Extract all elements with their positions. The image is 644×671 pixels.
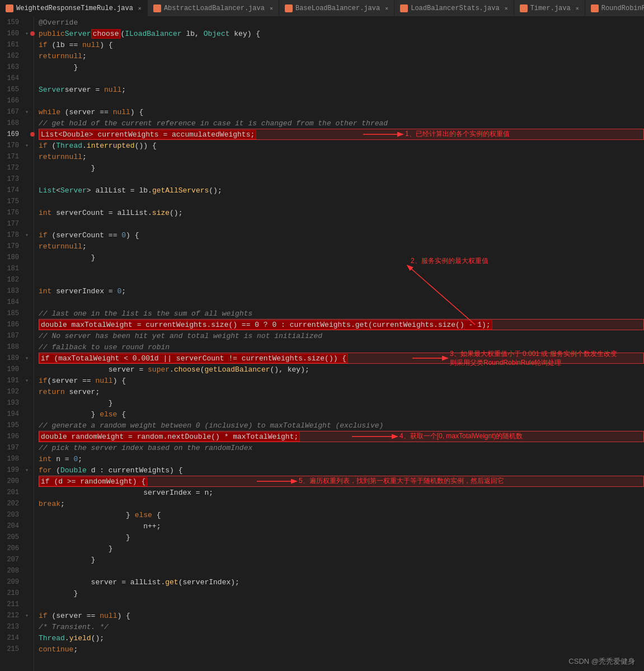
line-row: 194 bbox=[0, 409, 34, 420]
line-row: 206 bbox=[0, 543, 34, 554]
line-row: 201 bbox=[0, 487, 34, 498]
line-number: 173 bbox=[0, 175, 23, 183]
fold-icon[interactable]: ▾ bbox=[23, 612, 30, 619]
line-number: 176 bbox=[0, 209, 23, 217]
line-row: 177 bbox=[0, 218, 34, 229]
line-row: 166 bbox=[0, 95, 34, 106]
tab-timer[interactable]: Timer.java ✕ bbox=[514, 0, 585, 17]
line-number: 209 bbox=[0, 578, 23, 586]
fold-icon[interactable]: ▾ bbox=[23, 30, 30, 37]
line-row: 160▾ bbox=[0, 28, 34, 39]
line-number: 199 bbox=[0, 466, 23, 474]
tab-close2[interactable]: ✕ bbox=[270, 5, 273, 12]
line-row: 176 bbox=[0, 207, 34, 218]
tab-base[interactable]: BaseLoadBalancer.java ✕ bbox=[279, 0, 394, 17]
fold-icon[interactable]: ▾ bbox=[23, 109, 30, 115]
line-row: 211 bbox=[0, 599, 34, 610]
line-number: 172 bbox=[0, 164, 23, 172]
java-icon4 bbox=[400, 4, 408, 12]
line-number: 165 bbox=[0, 86, 23, 93]
tab-weighted[interactable]: WeightedResponseTimeRule.java ✕ bbox=[0, 0, 148, 17]
code-line: List<Double> currentWeights = accumulate… bbox=[39, 129, 644, 140]
code-line: } bbox=[39, 162, 644, 173]
line-row: 163 bbox=[0, 62, 34, 73]
line-number: 196 bbox=[0, 433, 23, 440]
line-number: 193 bbox=[0, 399, 23, 407]
line-row: 197 bbox=[0, 442, 34, 453]
code-line: continue; bbox=[39, 644, 644, 655]
code-line: n++; bbox=[39, 520, 644, 532]
code-line: double randomWeight = random.nextDouble(… bbox=[39, 431, 644, 442]
code-line: if (serverCount == 0) { bbox=[39, 229, 644, 241]
code-line: Server server = null; bbox=[39, 84, 644, 95]
line-row: 209 bbox=[0, 576, 34, 588]
line-number: 184 bbox=[0, 298, 23, 306]
java-icon5 bbox=[520, 4, 528, 12]
fold-icon[interactable]: ▾ bbox=[23, 355, 30, 362]
line-row: 161 bbox=[0, 39, 34, 50]
line-row: 165 bbox=[0, 84, 34, 95]
line-number: 191 bbox=[0, 377, 23, 384]
tab-close3[interactable]: ✕ bbox=[385, 5, 388, 12]
code-line: if (Thread.interrupted()) { bbox=[39, 140, 644, 151]
code-line bbox=[39, 263, 644, 274]
code-line: int serverIndex = 0; bbox=[39, 285, 644, 297]
code-line: server = super.choose(getLoadBalancer(),… bbox=[39, 364, 644, 375]
line-number: 180 bbox=[0, 254, 23, 261]
code-line bbox=[39, 565, 644, 576]
code-line bbox=[39, 599, 644, 610]
fold-icon[interactable]: ▾ bbox=[23, 377, 30, 384]
line-row: 189▾ bbox=[0, 353, 34, 364]
line-row: 168 bbox=[0, 118, 34, 129]
line-row: 174 bbox=[0, 185, 34, 196]
tab-label2: AbstractLoadBalancer.java bbox=[164, 4, 265, 12]
java-icon2 bbox=[153, 4, 161, 12]
tab-rr[interactable]: RoundRobinRule.java ✕ bbox=[585, 0, 644, 17]
fold-icon[interactable]: ▾ bbox=[23, 142, 30, 149]
line-row: 210 bbox=[0, 588, 34, 599]
code-line: // fallback to use round robin bbox=[39, 341, 644, 353]
line-number: 198 bbox=[0, 455, 23, 463]
tab-close5[interactable]: ✕ bbox=[576, 5, 579, 12]
line-row: 202 bbox=[0, 498, 34, 509]
code-line: int serverCount = allList.size(); bbox=[39, 207, 644, 218]
fold-icon[interactable]: ▾ bbox=[23, 232, 30, 238]
code-line: return null; bbox=[39, 151, 644, 162]
line-number: 206 bbox=[0, 545, 23, 552]
line-number: 178 bbox=[0, 231, 23, 239]
line-row: 191▾ bbox=[0, 375, 34, 386]
line-number: 162 bbox=[0, 52, 23, 60]
line-number: 187 bbox=[0, 332, 23, 340]
code-line: } bbox=[39, 543, 644, 554]
tab-stats[interactable]: LoadBalancerStats.java ✕ bbox=[394, 0, 514, 17]
java-icon6 bbox=[591, 4, 599, 12]
line-number: 170 bbox=[0, 142, 23, 149]
tab-close[interactable]: ✕ bbox=[138, 5, 142, 12]
line-row: 175 bbox=[0, 196, 34, 207]
line-number: 197 bbox=[0, 444, 23, 452]
line-row: 193 bbox=[0, 397, 34, 409]
line-row: 205 bbox=[0, 532, 34, 543]
code-line: // last one in the list is the sum of al… bbox=[39, 308, 644, 319]
code-line: server = allList.get(serverIndex); bbox=[39, 576, 644, 588]
line-row: 192 bbox=[0, 386, 34, 397]
code-line bbox=[39, 95, 644, 106]
line-row: 215 bbox=[0, 644, 34, 655]
line-row: 187 bbox=[0, 330, 34, 341]
line-number: 188 bbox=[0, 343, 23, 351]
tab-abstract[interactable]: AbstractLoadBalancer.java ✕ bbox=[148, 0, 279, 17]
line-row: 181 bbox=[0, 263, 34, 274]
line-number: 186 bbox=[0, 321, 23, 329]
fold-icon[interactable]: ▾ bbox=[23, 467, 30, 473]
tab-label6: RoundRobinRule.java bbox=[601, 4, 644, 12]
breakpoint-area bbox=[30, 130, 34, 139]
code-line: } bbox=[39, 554, 644, 565]
code-line: int n = 0; bbox=[39, 453, 644, 464]
line-row: 200 bbox=[0, 476, 34, 487]
line-number: 159 bbox=[0, 18, 23, 26]
tab-close4[interactable]: ✕ bbox=[505, 5, 508, 12]
line-number: 171 bbox=[0, 153, 23, 161]
line-number: 207 bbox=[0, 556, 23, 564]
code-area[interactable]: @Override public Server choose(ILoadBala… bbox=[34, 17, 644, 671]
tab-bar: WeightedResponseTimeRule.java ✕ Abstract… bbox=[0, 0, 644, 17]
